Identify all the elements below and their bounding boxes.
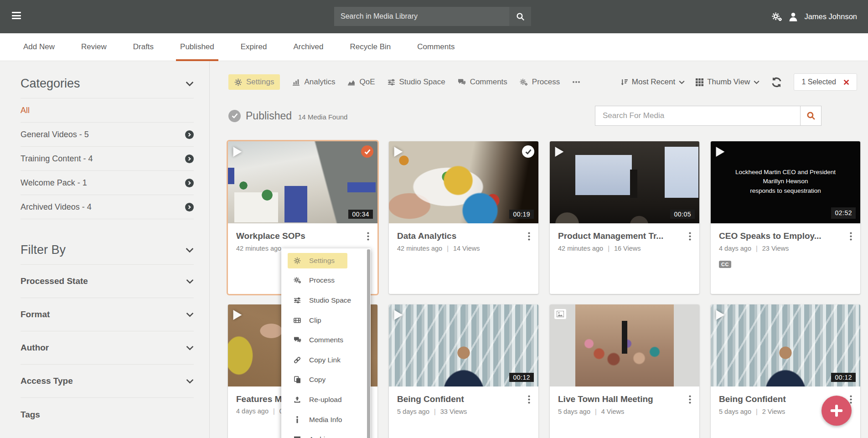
kebab-menu-icon[interactable] bbox=[685, 394, 695, 405]
media-date: 5 days ago bbox=[719, 408, 751, 415]
user-name[interactable]: James Johnson bbox=[804, 12, 857, 21]
clear-selection-icon[interactable] bbox=[843, 79, 849, 85]
menu-item-process[interactable]: Process bbox=[281, 271, 371, 291]
kebab-menu-icon[interactable] bbox=[524, 394, 534, 405]
toolbar-settings-button[interactable]: Settings bbox=[228, 74, 280, 90]
view-dropdown[interactable]: Thumb View bbox=[696, 77, 760, 87]
kebab-menu-icon[interactable] bbox=[685, 231, 695, 242]
menu-item-studio-space[interactable]: Studio Space bbox=[281, 290, 371, 310]
video-thumbnail[interactable]: 00:19 bbox=[389, 141, 538, 223]
tab-recycle-bin[interactable]: Recycle Bin bbox=[337, 33, 404, 61]
image-icon bbox=[554, 309, 566, 319]
bar-chart-icon bbox=[292, 78, 300, 86]
tab-add-new[interactable]: Add New bbox=[10, 33, 68, 61]
video-thumbnail[interactable]: Lockheed Martin CEO and President Marill… bbox=[711, 141, 860, 223]
library-search-input[interactable] bbox=[334, 7, 509, 26]
selected-check-icon[interactable] bbox=[361, 145, 373, 158]
menu-item-archive[interactable]: Archive bbox=[281, 429, 371, 438]
media-count: 14 Media Found bbox=[298, 111, 347, 121]
media-title[interactable]: CEO Speaks to Employ... bbox=[719, 231, 846, 241]
menu-item-clip[interactable]: Clip bbox=[281, 310, 371, 330]
filter-processed-state[interactable]: Processed State bbox=[21, 265, 194, 298]
tab-drafts[interactable]: Drafts bbox=[120, 33, 167, 61]
tab-expired[interactable]: Expired bbox=[227, 33, 280, 61]
video-thumbnail[interactable]: 00:34 bbox=[228, 141, 377, 223]
toolbar-studio-space-button[interactable]: Studio Space bbox=[388, 74, 445, 90]
categories-list: All General Videos - 5 Training Content … bbox=[21, 98, 194, 219]
chevron-right-icon[interactable] bbox=[185, 155, 194, 163]
category-label: Archived Videos - 4 bbox=[21, 202, 92, 212]
video-thumbnail[interactable]: 00:12 bbox=[389, 304, 538, 386]
admin-gears-icon[interactable] bbox=[771, 12, 782, 22]
media-views: 2 Views bbox=[751, 408, 785, 415]
media-search-button[interactable] bbox=[800, 106, 821, 125]
tab-comments[interactable]: Comments bbox=[404, 33, 468, 61]
menu-item-copy-link[interactable]: Copy Link bbox=[281, 350, 371, 370]
video-thumbnail[interactable]: 00:12 bbox=[711, 304, 860, 386]
user-avatar-icon[interactable] bbox=[788, 12, 798, 22]
toolbar-analytics-button[interactable]: Analytics bbox=[292, 74, 335, 90]
category-all[interactable]: All bbox=[21, 98, 194, 123]
upload-icon bbox=[293, 396, 301, 403]
toolbar-studio-space-label: Studio Space bbox=[399, 77, 445, 87]
duration-badge: 02:52 bbox=[831, 207, 856, 219]
sliders-icon bbox=[388, 78, 395, 86]
play-icon bbox=[393, 146, 403, 158]
media-title[interactable]: Workplace SOPs bbox=[236, 231, 363, 241]
toolbar-more-button[interactable] bbox=[572, 77, 580, 87]
refresh-icon[interactable] bbox=[771, 77, 782, 88]
toolbar-qoe-button[interactable]: QoE bbox=[347, 74, 375, 90]
media-title[interactable]: Live Town Hall Meeting bbox=[558, 394, 685, 404]
hover-check-icon[interactable] bbox=[522, 145, 534, 158]
chevron-right-icon[interactable] bbox=[185, 130, 194, 139]
chevron-down-icon[interactable] bbox=[186, 81, 194, 87]
media-search-input[interactable] bbox=[595, 106, 800, 125]
chevron-right-icon[interactable] bbox=[185, 179, 194, 187]
menu-item-reupload[interactable]: Re-upload bbox=[281, 390, 371, 410]
filter-label: Tags bbox=[21, 410, 40, 420]
video-thumbnail[interactable] bbox=[550, 304, 699, 386]
filter-tags[interactable]: Tags bbox=[21, 398, 194, 431]
grid-view-icon bbox=[696, 78, 703, 86]
sort-dropdown[interactable]: Most Recent bbox=[620, 77, 685, 87]
chevron-down-icon[interactable] bbox=[186, 247, 194, 253]
filter-author[interactable]: Author bbox=[21, 331, 194, 365]
category-training-content[interactable]: Training Content - 4 bbox=[21, 147, 194, 171]
kebab-menu-icon[interactable] bbox=[363, 231, 373, 242]
gear-icon bbox=[234, 78, 242, 86]
menu-scrollbar-thumb[interactable] bbox=[367, 249, 370, 438]
video-thumbnail[interactable]: 00:05 bbox=[550, 141, 699, 223]
menu-item-comments[interactable]: Comments bbox=[281, 330, 371, 350]
chevron-right-icon[interactable] bbox=[185, 203, 194, 211]
status-heading: Published bbox=[246, 110, 292, 122]
library-search-button[interactable] bbox=[509, 7, 531, 26]
filter-access-type[interactable]: Access Type bbox=[21, 365, 194, 398]
add-media-fab[interactable] bbox=[822, 396, 852, 426]
media-title[interactable]: Product Management Tr... bbox=[558, 231, 685, 241]
toolbar-comments-button[interactable]: Comments bbox=[458, 74, 507, 90]
hamburger-menu-icon[interactable] bbox=[12, 12, 21, 21]
tab-archived[interactable]: Archived bbox=[280, 33, 336, 61]
menu-item-label: Studio Space bbox=[309, 296, 351, 304]
search-icon bbox=[806, 111, 816, 120]
menu-item-media-info[interactable]: Media Info bbox=[281, 410, 371, 430]
kebab-menu-icon[interactable] bbox=[846, 231, 856, 242]
media-views: 33 Views bbox=[429, 408, 467, 415]
filter-format[interactable]: Format bbox=[21, 298, 194, 331]
menu-scrollbar[interactable] bbox=[367, 249, 370, 438]
tab-published[interactable]: Published bbox=[167, 33, 227, 61]
menu-item-copy[interactable]: Copy bbox=[281, 370, 371, 390]
toolbar-process-label: Process bbox=[532, 77, 560, 87]
category-general-videos[interactable]: General Videos - 5 bbox=[21, 123, 194, 147]
menu-item-settings[interactable]: Settings bbox=[281, 251, 371, 271]
category-archived-videos[interactable]: Archived Videos - 4 bbox=[21, 195, 194, 219]
gears-icon bbox=[520, 78, 528, 86]
media-title[interactable]: Data Analytics bbox=[397, 231, 524, 241]
media-title[interactable]: Being Confident bbox=[397, 394, 524, 404]
toolbar-process-button[interactable]: Process bbox=[520, 74, 560, 90]
caption-line: Lockheed Martin CEO and President bbox=[735, 168, 836, 177]
category-welcome-pack[interactable]: Welcome Pack - 1 bbox=[21, 171, 194, 195]
kebab-menu-icon[interactable] bbox=[524, 231, 534, 242]
media-toolbar: Settings Analytics QoE Studio Space Comm… bbox=[228, 73, 857, 91]
tab-review[interactable]: Review bbox=[68, 33, 120, 61]
